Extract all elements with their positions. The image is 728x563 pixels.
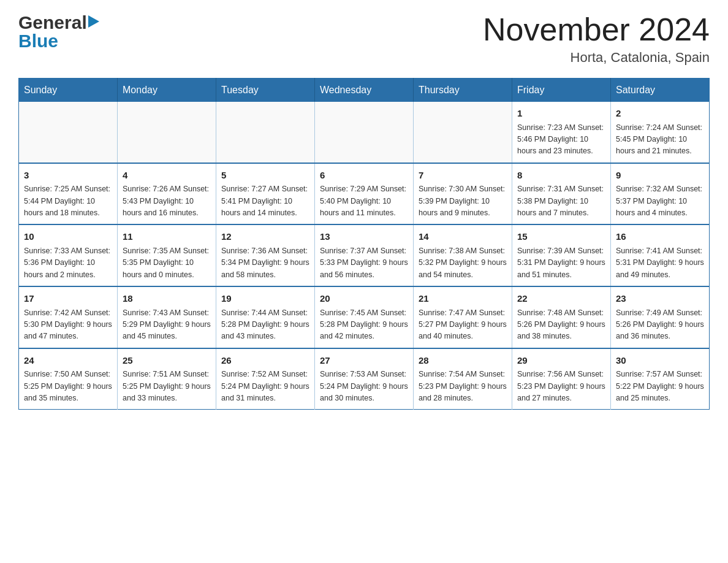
calendar-cell: 13Sunrise: 7:37 AM Sunset: 5:33 PM Dayli… xyxy=(315,224,414,286)
day-info: Sunrise: 7:47 AM Sunset: 5:27 PM Dayligh… xyxy=(419,307,507,343)
day-number: 4 xyxy=(123,169,211,183)
day-number: 9 xyxy=(616,169,704,183)
calendar-cell xyxy=(118,102,216,163)
day-info: Sunrise: 7:38 AM Sunset: 5:32 PM Dayligh… xyxy=(419,245,507,281)
calendar-week-row: 17Sunrise: 7:42 AM Sunset: 5:30 PM Dayli… xyxy=(19,286,710,348)
day-number: 21 xyxy=(419,292,507,306)
day-number: 15 xyxy=(517,230,605,244)
day-info: Sunrise: 7:27 AM Sunset: 5:41 PM Dayligh… xyxy=(221,183,309,219)
calendar-week-row: 24Sunrise: 7:50 AM Sunset: 5:25 PM Dayli… xyxy=(19,348,710,410)
day-number: 8 xyxy=(517,169,605,183)
day-info: Sunrise: 7:37 AM Sunset: 5:33 PM Dayligh… xyxy=(320,245,408,281)
day-info: Sunrise: 7:53 AM Sunset: 5:24 PM Dayligh… xyxy=(320,369,408,404)
calendar-header-friday: Friday xyxy=(512,79,611,102)
calendar-cell: 2Sunrise: 7:24 AM Sunset: 5:45 PM Daylig… xyxy=(611,102,710,163)
day-info: Sunrise: 7:24 AM Sunset: 5:45 PM Dayligh… xyxy=(616,122,704,158)
calendar-cell: 23Sunrise: 7:49 AM Sunset: 5:26 PM Dayli… xyxy=(611,286,710,348)
day-number: 2 xyxy=(616,107,704,121)
day-info: Sunrise: 7:41 AM Sunset: 5:31 PM Dayligh… xyxy=(616,245,704,281)
day-info: Sunrise: 7:57 AM Sunset: 5:22 PM Dayligh… xyxy=(616,369,704,404)
day-info: Sunrise: 7:43 AM Sunset: 5:29 PM Dayligh… xyxy=(123,307,211,343)
calendar-week-row: 10Sunrise: 7:33 AM Sunset: 5:36 PM Dayli… xyxy=(19,224,710,286)
calendar-header-row: SundayMondayTuesdayWednesdayThursdayFrid… xyxy=(19,79,710,102)
calendar-week-row: 1Sunrise: 7:23 AM Sunset: 5:46 PM Daylig… xyxy=(19,102,710,163)
day-info: Sunrise: 7:29 AM Sunset: 5:40 PM Dayligh… xyxy=(320,183,408,219)
day-info: Sunrise: 7:33 AM Sunset: 5:36 PM Dayligh… xyxy=(24,245,112,281)
day-info: Sunrise: 7:36 AM Sunset: 5:34 PM Dayligh… xyxy=(221,245,309,281)
day-info: Sunrise: 7:45 AM Sunset: 5:28 PM Dayligh… xyxy=(320,307,408,343)
calendar-table: SundayMondayTuesdayWednesdayThursdayFrid… xyxy=(18,78,710,410)
calendar-cell: 4Sunrise: 7:26 AM Sunset: 5:43 PM Daylig… xyxy=(118,163,216,225)
calendar-cell: 28Sunrise: 7:54 AM Sunset: 5:23 PM Dayli… xyxy=(414,348,512,410)
calendar-cell: 17Sunrise: 7:42 AM Sunset: 5:30 PM Dayli… xyxy=(19,286,118,348)
day-number: 26 xyxy=(221,354,309,368)
day-info: Sunrise: 7:25 AM Sunset: 5:44 PM Dayligh… xyxy=(24,183,112,219)
calendar-cell: 16Sunrise: 7:41 AM Sunset: 5:31 PM Dayli… xyxy=(611,224,710,286)
day-info: Sunrise: 7:48 AM Sunset: 5:26 PM Dayligh… xyxy=(517,307,605,343)
day-info: Sunrise: 7:56 AM Sunset: 5:23 PM Dayligh… xyxy=(517,369,605,404)
calendar-cell: 27Sunrise: 7:53 AM Sunset: 5:24 PM Dayli… xyxy=(315,348,414,410)
calendar-header-tuesday: Tuesday xyxy=(216,79,315,102)
day-number: 18 xyxy=(123,292,211,306)
day-info: Sunrise: 7:51 AM Sunset: 5:25 PM Dayligh… xyxy=(123,369,211,404)
calendar-cell xyxy=(315,102,414,163)
day-number: 10 xyxy=(24,230,112,244)
month-title: November 2024 xyxy=(483,12,710,47)
logo: General Blue xyxy=(18,12,99,52)
day-info: Sunrise: 7:30 AM Sunset: 5:39 PM Dayligh… xyxy=(419,183,507,219)
calendar-cell: 22Sunrise: 7:48 AM Sunset: 5:26 PM Dayli… xyxy=(512,286,611,348)
svg-marker-0 xyxy=(88,15,99,28)
calendar-cell: 26Sunrise: 7:52 AM Sunset: 5:24 PM Dayli… xyxy=(216,348,315,410)
day-number: 12 xyxy=(221,230,309,244)
day-info: Sunrise: 7:52 AM Sunset: 5:24 PM Dayligh… xyxy=(221,369,309,404)
logo-general-text: General xyxy=(18,12,87,33)
day-number: 28 xyxy=(419,354,507,368)
day-number: 27 xyxy=(320,354,408,368)
day-number: 20 xyxy=(320,292,408,306)
calendar-cell: 1Sunrise: 7:23 AM Sunset: 5:46 PM Daylig… xyxy=(512,102,611,163)
day-info: Sunrise: 7:44 AM Sunset: 5:28 PM Dayligh… xyxy=(221,307,309,343)
title-area: November 2024 Horta, Catalonia, Spain xyxy=(483,12,710,66)
day-number: 7 xyxy=(419,169,507,183)
logo-blue-text: Blue xyxy=(18,31,58,52)
day-number: 3 xyxy=(24,169,112,183)
calendar-header-saturday: Saturday xyxy=(611,79,710,102)
day-info: Sunrise: 7:39 AM Sunset: 5:31 PM Dayligh… xyxy=(517,245,605,281)
day-info: Sunrise: 7:54 AM Sunset: 5:23 PM Dayligh… xyxy=(419,369,507,404)
calendar-cell: 15Sunrise: 7:39 AM Sunset: 5:31 PM Dayli… xyxy=(512,224,611,286)
day-number: 14 xyxy=(419,230,507,244)
calendar-cell: 21Sunrise: 7:47 AM Sunset: 5:27 PM Dayli… xyxy=(414,286,512,348)
calendar-cell: 3Sunrise: 7:25 AM Sunset: 5:44 PM Daylig… xyxy=(19,163,118,225)
day-info: Sunrise: 7:31 AM Sunset: 5:38 PM Dayligh… xyxy=(517,183,605,219)
day-number: 16 xyxy=(616,230,704,244)
day-number: 19 xyxy=(221,292,309,306)
calendar-cell: 24Sunrise: 7:50 AM Sunset: 5:25 PM Dayli… xyxy=(19,348,118,410)
day-info: Sunrise: 7:35 AM Sunset: 5:35 PM Dayligh… xyxy=(123,245,211,281)
day-number: 11 xyxy=(123,230,211,244)
calendar-cell: 19Sunrise: 7:44 AM Sunset: 5:28 PM Dayli… xyxy=(216,286,315,348)
day-number: 1 xyxy=(517,107,605,121)
calendar-cell: 10Sunrise: 7:33 AM Sunset: 5:36 PM Dayli… xyxy=(19,224,118,286)
calendar-cell: 20Sunrise: 7:45 AM Sunset: 5:28 PM Dayli… xyxy=(315,286,414,348)
day-number: 25 xyxy=(123,354,211,368)
calendar-header-monday: Monday xyxy=(118,79,216,102)
header: General Blue November 2024 Horta, Catalo… xyxy=(18,12,710,66)
calendar-cell xyxy=(216,102,315,163)
day-info: Sunrise: 7:49 AM Sunset: 5:26 PM Dayligh… xyxy=(616,307,704,343)
calendar-cell: 8Sunrise: 7:31 AM Sunset: 5:38 PM Daylig… xyxy=(512,163,611,225)
calendar-cell: 5Sunrise: 7:27 AM Sunset: 5:41 PM Daylig… xyxy=(216,163,315,225)
day-number: 29 xyxy=(517,354,605,368)
day-number: 17 xyxy=(24,292,112,306)
calendar-cell: 30Sunrise: 7:57 AM Sunset: 5:22 PM Dayli… xyxy=(611,348,710,410)
calendar-header-thursday: Thursday xyxy=(414,79,512,102)
calendar-cell: 25Sunrise: 7:51 AM Sunset: 5:25 PM Dayli… xyxy=(118,348,216,410)
day-info: Sunrise: 7:26 AM Sunset: 5:43 PM Dayligh… xyxy=(123,183,211,219)
calendar-cell: 9Sunrise: 7:32 AM Sunset: 5:37 PM Daylig… xyxy=(611,163,710,225)
calendar-header-wednesday: Wednesday xyxy=(315,79,414,102)
day-number: 6 xyxy=(320,169,408,183)
day-info: Sunrise: 7:42 AM Sunset: 5:30 PM Dayligh… xyxy=(24,307,112,343)
calendar-cell: 7Sunrise: 7:30 AM Sunset: 5:39 PM Daylig… xyxy=(414,163,512,225)
day-number: 5 xyxy=(221,169,309,183)
calendar-week-row: 3Sunrise: 7:25 AM Sunset: 5:44 PM Daylig… xyxy=(19,163,710,225)
calendar-cell: 6Sunrise: 7:29 AM Sunset: 5:40 PM Daylig… xyxy=(315,163,414,225)
